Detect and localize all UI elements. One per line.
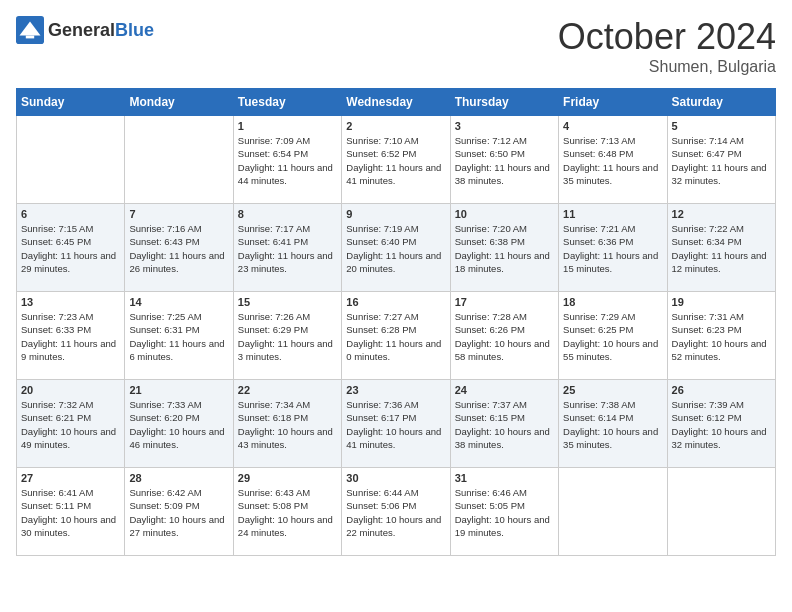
- calendar-week-3: 20Sunrise: 7:32 AMSunset: 6:21 PMDayligh…: [17, 380, 776, 468]
- day-number: 31: [455, 472, 554, 484]
- cell-info: Sunrise: 7:39 AMSunset: 6:12 PMDaylight:…: [672, 399, 767, 450]
- cell-info: Sunrise: 7:34 AMSunset: 6:18 PMDaylight:…: [238, 399, 333, 450]
- cell-info: Sunrise: 7:13 AMSunset: 6:48 PMDaylight:…: [563, 135, 658, 186]
- calendar-cell: 24Sunrise: 7:37 AMSunset: 6:15 PMDayligh…: [450, 380, 558, 468]
- calendar-cell: 27Sunrise: 6:41 AMSunset: 5:11 PMDayligh…: [17, 468, 125, 556]
- weekday-header-sunday: Sunday: [17, 89, 125, 116]
- calendar-cell: 28Sunrise: 6:42 AMSunset: 5:09 PMDayligh…: [125, 468, 233, 556]
- day-number: 6: [21, 208, 120, 220]
- cell-info: Sunrise: 7:10 AMSunset: 6:52 PMDaylight:…: [346, 135, 441, 186]
- month-title: October 2024: [558, 16, 776, 58]
- weekday-header-thursday: Thursday: [450, 89, 558, 116]
- day-number: 8: [238, 208, 337, 220]
- day-number: 16: [346, 296, 445, 308]
- calendar-cell: 6Sunrise: 7:15 AMSunset: 6:45 PMDaylight…: [17, 204, 125, 292]
- cell-info: Sunrise: 7:33 AMSunset: 6:20 PMDaylight:…: [129, 399, 224, 450]
- calendar-table: SundayMondayTuesdayWednesdayThursdayFrid…: [16, 88, 776, 556]
- calendar-cell: 23Sunrise: 7:36 AMSunset: 6:17 PMDayligh…: [342, 380, 450, 468]
- day-number: 9: [346, 208, 445, 220]
- weekday-header-monday: Monday: [125, 89, 233, 116]
- calendar-week-4: 27Sunrise: 6:41 AMSunset: 5:11 PMDayligh…: [17, 468, 776, 556]
- calendar-cell: 19Sunrise: 7:31 AMSunset: 6:23 PMDayligh…: [667, 292, 775, 380]
- cell-info: Sunrise: 7:26 AMSunset: 6:29 PMDaylight:…: [238, 311, 333, 362]
- cell-info: Sunrise: 7:14 AMSunset: 6:47 PMDaylight:…: [672, 135, 767, 186]
- calendar-cell: 2Sunrise: 7:10 AMSunset: 6:52 PMDaylight…: [342, 116, 450, 204]
- cell-info: Sunrise: 7:22 AMSunset: 6:34 PMDaylight:…: [672, 223, 767, 274]
- cell-info: Sunrise: 6:43 AMSunset: 5:08 PMDaylight:…: [238, 487, 333, 538]
- day-number: 30: [346, 472, 445, 484]
- day-number: 29: [238, 472, 337, 484]
- cell-info: Sunrise: 7:25 AMSunset: 6:31 PMDaylight:…: [129, 311, 224, 362]
- day-number: 7: [129, 208, 228, 220]
- day-number: 14: [129, 296, 228, 308]
- calendar-cell: 25Sunrise: 7:38 AMSunset: 6:14 PMDayligh…: [559, 380, 667, 468]
- day-number: 22: [238, 384, 337, 396]
- day-number: 1: [238, 120, 337, 132]
- day-number: 15: [238, 296, 337, 308]
- day-number: 10: [455, 208, 554, 220]
- day-number: 27: [21, 472, 120, 484]
- calendar-cell: 30Sunrise: 6:44 AMSunset: 5:06 PMDayligh…: [342, 468, 450, 556]
- day-number: 4: [563, 120, 662, 132]
- weekday-header-friday: Friday: [559, 89, 667, 116]
- cell-info: Sunrise: 7:37 AMSunset: 6:15 PMDaylight:…: [455, 399, 550, 450]
- weekday-header-wednesday: Wednesday: [342, 89, 450, 116]
- day-number: 13: [21, 296, 120, 308]
- weekday-header-row: SundayMondayTuesdayWednesdayThursdayFrid…: [17, 89, 776, 116]
- calendar-cell: 5Sunrise: 7:14 AMSunset: 6:47 PMDaylight…: [667, 116, 775, 204]
- logo-text: GeneralBlue: [48, 20, 154, 41]
- day-number: 12: [672, 208, 771, 220]
- cell-info: Sunrise: 7:20 AMSunset: 6:38 PMDaylight:…: [455, 223, 550, 274]
- weekday-header-tuesday: Tuesday: [233, 89, 341, 116]
- cell-info: Sunrise: 6:46 AMSunset: 5:05 PMDaylight:…: [455, 487, 550, 538]
- day-number: 11: [563, 208, 662, 220]
- cell-info: Sunrise: 7:16 AMSunset: 6:43 PMDaylight:…: [129, 223, 224, 274]
- calendar-cell: 29Sunrise: 6:43 AMSunset: 5:08 PMDayligh…: [233, 468, 341, 556]
- cell-info: Sunrise: 7:32 AMSunset: 6:21 PMDaylight:…: [21, 399, 116, 450]
- cell-info: Sunrise: 7:36 AMSunset: 6:17 PMDaylight:…: [346, 399, 441, 450]
- title-block: October 2024 Shumen, Bulgaria: [558, 16, 776, 76]
- calendar-cell: 18Sunrise: 7:29 AMSunset: 6:25 PMDayligh…: [559, 292, 667, 380]
- cell-info: Sunrise: 7:31 AMSunset: 6:23 PMDaylight:…: [672, 311, 767, 362]
- svg-rect-2: [26, 36, 34, 39]
- cell-info: Sunrise: 7:28 AMSunset: 6:26 PMDaylight:…: [455, 311, 550, 362]
- calendar-cell: 13Sunrise: 7:23 AMSunset: 6:33 PMDayligh…: [17, 292, 125, 380]
- cell-info: Sunrise: 7:12 AMSunset: 6:50 PMDaylight:…: [455, 135, 550, 186]
- day-number: 21: [129, 384, 228, 396]
- cell-info: Sunrise: 7:17 AMSunset: 6:41 PMDaylight:…: [238, 223, 333, 274]
- calendar-cell: 31Sunrise: 6:46 AMSunset: 5:05 PMDayligh…: [450, 468, 558, 556]
- calendar-cell: [667, 468, 775, 556]
- logo: GeneralBlue: [16, 16, 154, 44]
- cell-info: Sunrise: 7:09 AMSunset: 6:54 PMDaylight:…: [238, 135, 333, 186]
- location-title: Shumen, Bulgaria: [558, 58, 776, 76]
- cell-info: Sunrise: 7:27 AMSunset: 6:28 PMDaylight:…: [346, 311, 441, 362]
- logo-general: General: [48, 20, 115, 40]
- day-number: 17: [455, 296, 554, 308]
- calendar-cell: [559, 468, 667, 556]
- calendar-body: 1Sunrise: 7:09 AMSunset: 6:54 PMDaylight…: [17, 116, 776, 556]
- calendar-cell: 11Sunrise: 7:21 AMSunset: 6:36 PMDayligh…: [559, 204, 667, 292]
- day-number: 24: [455, 384, 554, 396]
- cell-info: Sunrise: 7:19 AMSunset: 6:40 PMDaylight:…: [346, 223, 441, 274]
- calendar-cell: 9Sunrise: 7:19 AMSunset: 6:40 PMDaylight…: [342, 204, 450, 292]
- day-number: 25: [563, 384, 662, 396]
- calendar-cell: 14Sunrise: 7:25 AMSunset: 6:31 PMDayligh…: [125, 292, 233, 380]
- day-number: 2: [346, 120, 445, 132]
- cell-info: Sunrise: 6:41 AMSunset: 5:11 PMDaylight:…: [21, 487, 116, 538]
- day-number: 20: [21, 384, 120, 396]
- day-number: 19: [672, 296, 771, 308]
- calendar-cell: 3Sunrise: 7:12 AMSunset: 6:50 PMDaylight…: [450, 116, 558, 204]
- calendar-week-0: 1Sunrise: 7:09 AMSunset: 6:54 PMDaylight…: [17, 116, 776, 204]
- day-number: 26: [672, 384, 771, 396]
- calendar-cell: 1Sunrise: 7:09 AMSunset: 6:54 PMDaylight…: [233, 116, 341, 204]
- logo-icon: [16, 16, 44, 44]
- calendar-header: SundayMondayTuesdayWednesdayThursdayFrid…: [17, 89, 776, 116]
- cell-info: Sunrise: 7:23 AMSunset: 6:33 PMDaylight:…: [21, 311, 116, 362]
- calendar-cell: 21Sunrise: 7:33 AMSunset: 6:20 PMDayligh…: [125, 380, 233, 468]
- calendar-cell: [17, 116, 125, 204]
- calendar-cell: 15Sunrise: 7:26 AMSunset: 6:29 PMDayligh…: [233, 292, 341, 380]
- calendar-cell: 7Sunrise: 7:16 AMSunset: 6:43 PMDaylight…: [125, 204, 233, 292]
- calendar-cell: 10Sunrise: 7:20 AMSunset: 6:38 PMDayligh…: [450, 204, 558, 292]
- weekday-header-saturday: Saturday: [667, 89, 775, 116]
- day-number: 3: [455, 120, 554, 132]
